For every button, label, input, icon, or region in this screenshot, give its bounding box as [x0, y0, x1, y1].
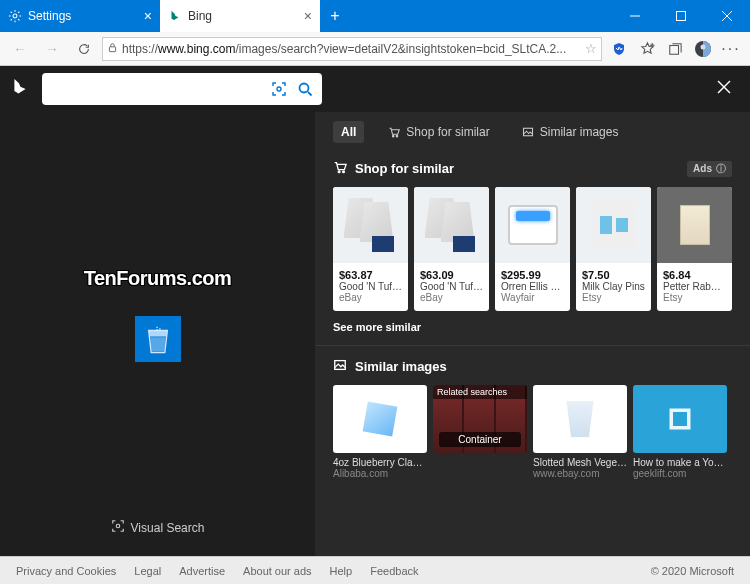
svg-point-18 — [397, 135, 399, 137]
similar-card[interactable]: Slotted Mesh Vegetab... www.ebay.com — [533, 385, 627, 479]
related-searches-label: Related searches — [433, 385, 527, 399]
svg-point-17 — [393, 135, 395, 137]
copyright-text: © 2020 Microsoft — [651, 565, 734, 577]
footer-link[interactable]: Privacy and Cookies — [16, 565, 116, 577]
footer-link[interactable]: Feedback — [370, 565, 418, 577]
image-icon — [522, 126, 534, 138]
product-card[interactable]: $7.50Milk Clay PinsEtsy — [576, 187, 651, 311]
product-thumb — [414, 187, 489, 263]
bing-header — [0, 66, 750, 112]
visual-search-box[interactable] — [42, 73, 322, 105]
shop-heading: Shop for similar — [355, 161, 454, 176]
product-thumb — [333, 187, 408, 263]
svg-line-13 — [308, 92, 312, 96]
cart-icon — [388, 126, 400, 138]
svg-point-12 — [300, 84, 309, 93]
tab-label: Settings — [28, 9, 138, 23]
search-icon[interactable] — [294, 78, 316, 100]
nav-refresh-button[interactable] — [70, 35, 98, 63]
related-tag: Container — [439, 432, 521, 447]
footer-link[interactable]: Legal — [134, 565, 161, 577]
svg-rect-2 — [677, 12, 686, 21]
shop-section: Shop for similar Adsⓘ $63.87Good 'N Tuff… — [315, 152, 750, 345]
footer-link[interactable]: Advertise — [179, 565, 225, 577]
watermark-text: TenForums.com — [84, 267, 232, 290]
product-card[interactable]: $6.84Petter Rabbit...Etsy — [657, 187, 732, 311]
main-content: TenForums.com Visual Search All Shop for… — [0, 112, 750, 556]
browser-tab-settings[interactable]: Settings × — [0, 0, 160, 32]
browser-tab-bing[interactable]: Bing × — [160, 0, 320, 32]
product-thumb — [495, 187, 570, 263]
image-preview-pane: TenForums.com Visual Search — [0, 112, 315, 556]
gear-icon — [8, 9, 22, 23]
tab-shop[interactable]: Shop for similar — [380, 121, 497, 143]
visual-search-link[interactable]: Visual Search — [111, 519, 205, 536]
tab-close-icon[interactable]: × — [304, 8, 312, 24]
footer-link[interactable]: Help — [330, 565, 353, 577]
ads-badge[interactable]: Adsⓘ — [687, 161, 732, 177]
lock-icon — [107, 42, 118, 56]
product-thumb — [576, 187, 651, 263]
tab-all[interactable]: All — [333, 121, 364, 143]
visual-search-label: Visual Search — [131, 521, 205, 535]
svg-point-20 — [338, 171, 340, 173]
more-menu-button[interactable]: ··· — [718, 36, 744, 62]
svg-point-16 — [116, 524, 120, 528]
similar-card[interactable]: How to make a YouTu... geeklift.com — [633, 385, 727, 479]
url-input[interactable]: https://www.bing.com/images/search?view=… — [102, 37, 602, 61]
product-card[interactable]: $295.99Orren Ellis C...Wayfair — [495, 187, 570, 311]
browser-title-bar: Settings × Bing × + — [0, 0, 750, 32]
svg-point-11 — [277, 87, 281, 91]
tab-similar[interactable]: Similar images — [514, 121, 627, 143]
svg-point-0 — [13, 14, 17, 18]
image-icon — [333, 358, 347, 375]
tab-close-icon[interactable]: × — [144, 8, 152, 24]
product-thumb — [657, 187, 732, 263]
new-tab-button[interactable]: + — [320, 0, 350, 32]
cart-icon — [333, 160, 347, 177]
similar-section: Similar images 4oz Blueberry Clamsh... A… — [315, 345, 750, 487]
reader-icon[interactable]: ☆ — [585, 41, 597, 56]
tab-label: Bing — [188, 9, 298, 23]
similar-cards: 4oz Blueberry Clamsh... Alibaba.com Rela… — [333, 385, 732, 479]
svg-point-10 — [701, 44, 706, 49]
lens-bracket-icon — [111, 519, 125, 536]
similar-card[interactable]: 4oz Blueberry Clamsh... Alibaba.com — [333, 385, 427, 479]
product-card[interactable]: $63.09Good 'N Tuff ...eBay — [414, 187, 489, 311]
profile-button[interactable] — [690, 36, 716, 62]
collections-button[interactable] — [662, 36, 688, 62]
bing-logo-icon[interactable] — [12, 77, 32, 102]
search-input[interactable] — [48, 82, 264, 97]
window-maximize-button[interactable] — [658, 0, 704, 32]
address-bar: ← → https://www.bing.com/images/search?v… — [0, 32, 750, 66]
recycle-bin-icon — [135, 316, 181, 362]
svg-rect-24 — [673, 412, 687, 426]
nav-back-button[interactable]: ← — [6, 35, 34, 63]
shop-cards: $63.87Good 'N Tuff ...eBay $63.09Good 'N… — [333, 187, 732, 311]
window-close-button[interactable] — [704, 0, 750, 32]
window-minimize-button[interactable] — [612, 0, 658, 32]
lens-icon[interactable] — [268, 78, 290, 100]
url-text: https://www.bing.com/images/search?view=… — [122, 42, 581, 56]
nav-forward-button[interactable]: → — [38, 35, 66, 63]
svg-rect-19 — [523, 128, 532, 136]
info-icon: ⓘ — [716, 162, 726, 176]
results-pane: All Shop for similar Similar images Shop… — [315, 112, 750, 556]
see-more-link[interactable]: See more similar — [333, 321, 732, 333]
related-searches-card[interactable]: Related searches Container — [433, 385, 527, 479]
svg-point-21 — [343, 171, 345, 173]
result-tabs: All Shop for similar Similar images — [315, 112, 750, 152]
product-card[interactable]: $63.87Good 'N Tuff ...eBay — [333, 187, 408, 311]
svg-rect-5 — [109, 46, 115, 51]
svg-rect-8 — [670, 45, 679, 54]
bing-icon — [168, 9, 182, 23]
footer-link[interactable]: About our ads — [243, 565, 312, 577]
page-footer: Privacy and Cookies Legal Advertise Abou… — [0, 556, 750, 584]
close-overlay-button[interactable] — [710, 73, 738, 106]
similar-heading: Similar images — [355, 359, 447, 374]
favorites-button[interactable] — [634, 36, 660, 62]
extension-malwarebytes-icon[interactable] — [606, 36, 632, 62]
